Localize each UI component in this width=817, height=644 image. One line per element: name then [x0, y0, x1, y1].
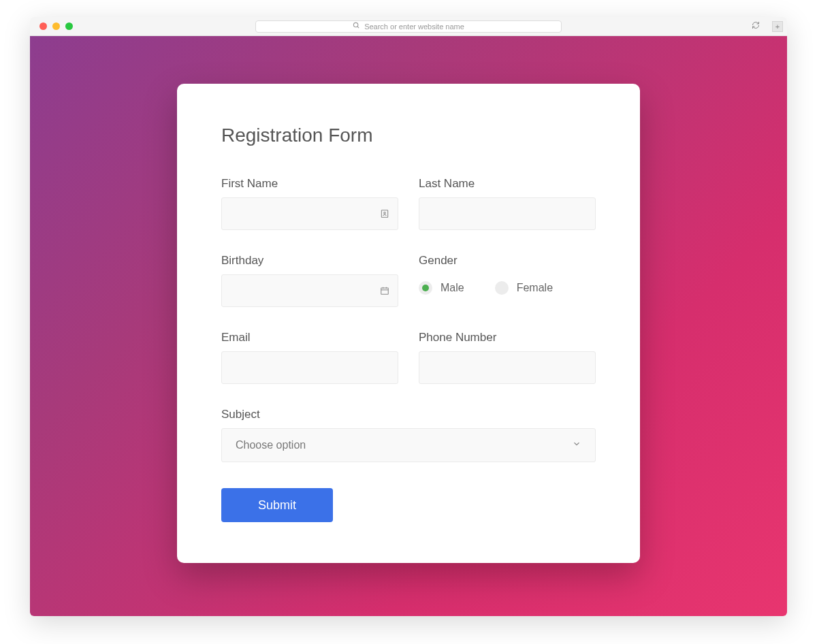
- minimize-window-button[interactable]: [52, 22, 60, 30]
- close-window-button[interactable]: [39, 22, 47, 30]
- gender-radio-female[interactable]: Female: [495, 281, 553, 295]
- svg-point-3: [384, 212, 386, 214]
- search-icon: [353, 22, 360, 31]
- svg-rect-4: [381, 288, 389, 294]
- registration-card: Registration Form First Name: [177, 84, 640, 563]
- address-bar[interactable]: Search or enter website name: [255, 20, 562, 33]
- address-placeholder: Search or enter website name: [364, 22, 464, 31]
- email-input[interactable]: [221, 351, 398, 384]
- subject-field: Subject Choose option: [221, 408, 596, 462]
- gender-label: Gender: [419, 254, 596, 268]
- phone-field: Phone Number: [419, 331, 596, 384]
- svg-point-0: [354, 22, 358, 27]
- birthday-label: Birthday: [221, 254, 398, 268]
- phone-input[interactable]: [419, 351, 596, 384]
- subject-select[interactable]: Choose option: [221, 428, 596, 462]
- first-name-label: First Name: [221, 177, 398, 191]
- phone-label: Phone Number: [419, 331, 596, 344]
- subject-label: Subject: [221, 408, 596, 421]
- maximize-window-button[interactable]: [65, 22, 73, 30]
- calendar-icon[interactable]: [379, 285, 390, 296]
- refresh-icon[interactable]: [752, 21, 760, 31]
- email-field: Email: [221, 331, 398, 384]
- chevron-down-icon: [572, 439, 581, 451]
- radio-label-male: Male: [440, 282, 464, 294]
- first-name-field: First Name: [221, 177, 398, 230]
- first-name-input[interactable]: [221, 197, 398, 230]
- email-label: Email: [221, 331, 398, 344]
- submit-button[interactable]: Submit: [221, 488, 333, 522]
- svg-line-1: [357, 27, 359, 28]
- browser-window: Search or enter website name + Registrat…: [30, 17, 787, 616]
- gender-radio-group: Male Female: [419, 274, 596, 295]
- new-tab-button[interactable]: +: [772, 21, 783, 32]
- radio-label-female: Female: [517, 282, 553, 294]
- subject-placeholder: Choose option: [236, 439, 306, 451]
- birthday-field: Birthday: [221, 254, 398, 307]
- contact-card-icon: [379, 208, 390, 219]
- form-grid: First Name Last Name: [221, 177, 596, 462]
- gender-radio-male[interactable]: Male: [419, 281, 464, 295]
- gender-field: Gender Male Female: [419, 254, 596, 307]
- browser-titlebar: Search or enter website name +: [30, 17, 787, 36]
- radio-icon: [495, 281, 509, 295]
- page-viewport: Registration Form First Name: [30, 36, 787, 616]
- last-name-field: Last Name: [419, 177, 596, 230]
- birthday-input[interactable]: [221, 274, 398, 307]
- window-controls: [39, 22, 73, 30]
- last-name-label: Last Name: [419, 177, 596, 191]
- form-title: Registration Form: [221, 125, 596, 146]
- last-name-input[interactable]: [419, 197, 596, 230]
- radio-icon: [419, 281, 432, 295]
